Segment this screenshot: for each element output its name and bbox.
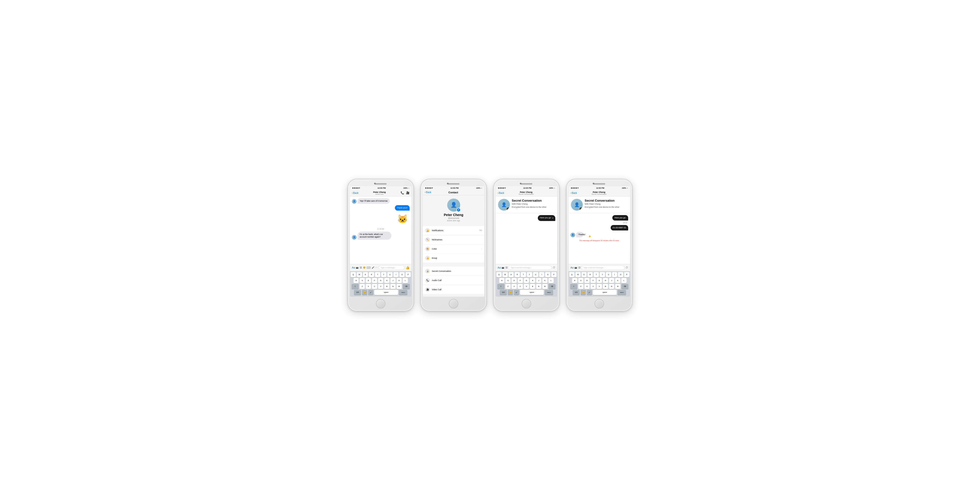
key-n[interactable]: N xyxy=(390,284,396,289)
key-y[interactable]: Y xyxy=(381,272,387,277)
key-b[interactable]: B xyxy=(384,284,390,289)
key-123[interactable]: 123 xyxy=(354,290,361,295)
key-return[interactable]: return xyxy=(617,290,626,295)
back-button-1[interactable]: ‹ Back xyxy=(352,192,358,194)
key-d[interactable]: D xyxy=(512,278,517,283)
key-p[interactable]: P xyxy=(551,272,557,277)
key-k[interactable]: K xyxy=(615,278,620,283)
key-a[interactable]: A xyxy=(499,278,504,283)
key-d[interactable]: D xyxy=(584,278,590,283)
key-r[interactable]: R xyxy=(369,272,374,277)
key-emoji[interactable]: 😊 xyxy=(508,290,513,295)
key-n[interactable]: N xyxy=(609,284,614,289)
key-l[interactable]: L xyxy=(549,278,554,283)
key-j[interactable]: J xyxy=(390,278,396,283)
key-o[interactable]: O xyxy=(545,272,550,277)
key-backspace[interactable]: ⌫ xyxy=(621,284,628,289)
menu-item-secret[interactable]: 🔒 Secret Conversation xyxy=(423,266,484,276)
key-shift[interactable]: ⇧ xyxy=(352,284,359,289)
key-j[interactable]: J xyxy=(536,278,541,283)
key-z[interactable]: Z xyxy=(360,284,365,289)
back-button-4[interactable]: ‹ Back xyxy=(570,192,577,194)
key-s[interactable]: S xyxy=(360,278,365,283)
key-n[interactable]: N xyxy=(536,284,541,289)
key-r[interactable]: R xyxy=(515,272,520,277)
key-return[interactable]: return xyxy=(545,290,553,295)
more-icon[interactable]: ⋯ xyxy=(375,266,378,269)
key-w[interactable]: W xyxy=(357,272,362,277)
key-c[interactable]: C xyxy=(590,284,596,289)
key-t[interactable]: T xyxy=(375,272,380,277)
key-emoji[interactable]: 😊 xyxy=(581,290,586,295)
key-k[interactable]: K xyxy=(542,278,547,283)
key-l[interactable]: L xyxy=(621,278,627,283)
key-w[interactable]: W xyxy=(503,272,508,277)
key-h[interactable]: H xyxy=(603,278,608,283)
key-k[interactable]: K xyxy=(396,278,402,283)
back-button-3[interactable]: ‹ Back xyxy=(498,192,504,194)
key-m[interactable]: M xyxy=(542,284,547,289)
key-x[interactable]: X xyxy=(512,284,517,289)
key-s[interactable]: S xyxy=(505,278,511,283)
like-icon[interactable]: 👍 xyxy=(406,266,410,270)
key-q[interactable]: Q xyxy=(569,272,574,277)
key-f[interactable]: F xyxy=(372,278,377,283)
key-h[interactable]: H xyxy=(530,278,535,283)
menu-item-video[interactable]: 🎥 Video Call xyxy=(423,285,484,294)
key-s[interactable]: S xyxy=(578,278,584,283)
key-space[interactable]: space xyxy=(520,290,544,295)
key-u[interactable]: U xyxy=(387,272,393,277)
home-button-3[interactable] xyxy=(522,299,531,308)
key-emoji[interactable]: 😊 xyxy=(362,290,367,295)
key-123[interactable]: 123 xyxy=(573,290,580,295)
key-mic[interactable]: 🎤 xyxy=(587,290,592,295)
key-r[interactable]: R xyxy=(587,272,593,277)
key-u[interactable]: U xyxy=(606,272,611,277)
key-shift[interactable]: ⇧ xyxy=(570,284,577,289)
key-o[interactable]: O xyxy=(618,272,623,277)
image-icon[interactable]: 🖼 xyxy=(505,266,508,269)
key-c[interactable]: C xyxy=(518,284,523,289)
key-c[interactable]: C xyxy=(372,284,377,289)
key-space[interactable]: space xyxy=(593,290,617,295)
key-i[interactable]: I xyxy=(539,272,544,277)
key-mic[interactable]: 🎤 xyxy=(514,290,519,295)
menu-item-audio[interactable]: 📞 Audio Call xyxy=(423,276,484,285)
key-y[interactable]: Y xyxy=(527,272,532,277)
key-a[interactable]: A xyxy=(572,278,577,283)
key-p[interactable]: P xyxy=(406,272,411,277)
key-v[interactable]: V xyxy=(378,284,383,289)
key-shift[interactable]: ⇧ xyxy=(497,284,504,289)
key-backspace[interactable]: ⌫ xyxy=(403,284,410,289)
secret-input[interactable]: Type a secret message... xyxy=(509,265,552,270)
back-button-2[interactable]: ‹ Back xyxy=(425,191,431,193)
key-b[interactable]: B xyxy=(603,284,608,289)
key-j[interactable]: J xyxy=(609,278,614,283)
key-g[interactable]: G xyxy=(524,278,529,283)
image-icon[interactable]: 🖼 xyxy=(360,266,362,269)
key-b[interactable]: B xyxy=(530,284,535,289)
home-button-1[interactable] xyxy=(376,299,385,308)
camera-icon[interactable]: 📷 xyxy=(356,266,358,269)
mic-icon[interactable]: 🎤 xyxy=(372,266,374,269)
key-123[interactable]: 123 xyxy=(500,290,507,295)
key-t[interactable]: T xyxy=(593,272,599,277)
key-f[interactable]: F xyxy=(590,278,596,283)
key-e[interactable]: E xyxy=(582,272,587,277)
key-g[interactable]: G xyxy=(597,278,602,283)
key-l[interactable]: L xyxy=(403,278,408,283)
key-z[interactable]: Z xyxy=(505,284,511,289)
key-mic[interactable]: 🎤 xyxy=(368,290,373,295)
key-v[interactable]: V xyxy=(597,284,602,289)
timer-icon[interactable]: ⏱ xyxy=(553,266,555,269)
key-i[interactable]: I xyxy=(393,272,399,277)
menu-item-notifications[interactable]: 🔔 Notifications On xyxy=(423,226,484,235)
home-button-2[interactable] xyxy=(449,299,458,308)
text-toggle-icon[interactable]: Aa xyxy=(498,266,501,269)
key-d[interactable]: D xyxy=(366,278,371,283)
key-p[interactable]: P xyxy=(624,272,629,277)
key-i[interactable]: I xyxy=(612,272,617,277)
image-icon[interactable]: 🖼 xyxy=(578,266,581,269)
key-e[interactable]: E xyxy=(509,272,514,277)
video-call-icon[interactable]: 🎥 xyxy=(406,191,410,195)
